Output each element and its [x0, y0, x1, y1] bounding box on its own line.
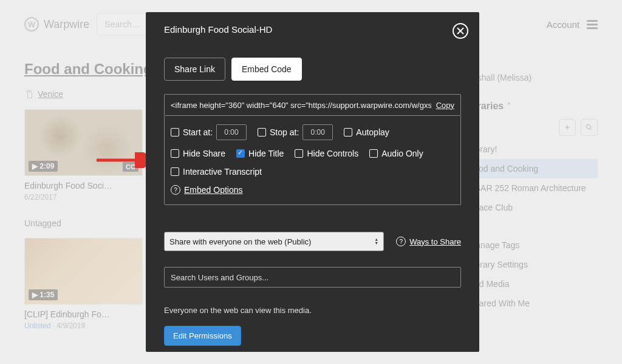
checkbox-hide-share[interactable] [171, 149, 179, 158]
share-visibility-select[interactable]: Share with everyone on the web (Public) … [164, 232, 384, 251]
ways-to-share-link[interactable]: Ways to Share [409, 237, 461, 246]
embed-code-text: <iframe height="360" width="640" src="ht… [171, 101, 431, 110]
checkbox-audio-only[interactable] [369, 149, 378, 158]
label-hide-title: Hide Title [248, 149, 284, 158]
checkbox-autoplay[interactable] [344, 128, 352, 136]
close-button[interactable] [453, 23, 468, 39]
share-modal: Edinburgh Food Social-HD Share Link Embe… [146, 12, 479, 352]
label-interactive-transcript: Interactive Transcript [183, 167, 262, 177]
close-icon [457, 27, 464, 35]
modal-title: Edinburgh Food Social-HD [164, 24, 461, 35]
tab-share-link[interactable]: Share Link [164, 58, 225, 81]
select-chevron-icon: ▲▼ [374, 238, 378, 245]
help-icon[interactable]: ? [396, 237, 406, 246]
checkbox-hide-title[interactable] [236, 149, 245, 158]
search-users-input[interactable] [164, 267, 461, 288]
checkbox-start-at[interactable] [171, 128, 179, 136]
label-audio-only: Audio Only [381, 149, 423, 158]
checkbox-stop-at[interactable] [258, 128, 266, 136]
copy-button[interactable]: Copy [436, 101, 454, 110]
checkbox-interactive-transcript[interactable] [171, 167, 179, 176]
label-hide-controls: Hide Controls [307, 149, 358, 158]
checkbox-hide-controls[interactable] [295, 149, 303, 158]
input-stop-at[interactable] [302, 124, 333, 140]
label-hide-share: Hide Share [183, 149, 225, 158]
permission-text: Everyone on the web can view this media. [164, 306, 461, 315]
edit-permissions-button[interactable]: Edit Permissions [164, 326, 241, 346]
help-icon[interactable]: ? [171, 185, 180, 195]
embed-options-panel: Start at: Stop at: Autoplay Hide Share H… [164, 116, 461, 205]
embed-options-link[interactable]: Embed Options [184, 185, 243, 195]
label-stop-at: Stop at: [270, 127, 299, 137]
input-start-at[interactable] [216, 124, 247, 140]
tab-embed-code[interactable]: Embed Code [231, 58, 302, 81]
label-autoplay: Autoplay [356, 127, 389, 137]
label-start-at: Start at: [183, 127, 213, 137]
embed-code-field[interactable]: <iframe height="360" width="640" src="ht… [164, 94, 461, 116]
